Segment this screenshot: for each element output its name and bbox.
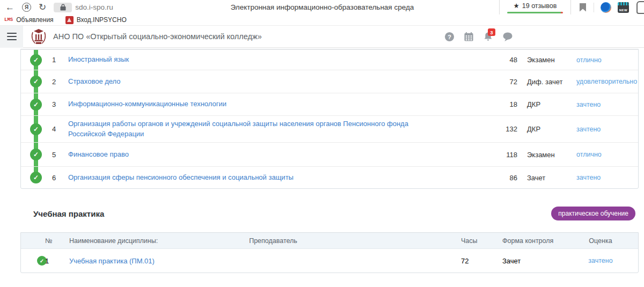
- control-form: Диф. зачет: [527, 78, 576, 86]
- completed-check-icon: ✓: [30, 172, 42, 183]
- protect-hand-icon[interactable]: [636, 1, 644, 14]
- course-hours: 72: [445, 257, 482, 265]
- refresh-icon[interactable]: ↻: [39, 3, 46, 12]
- completed-check-icon: ✓: [30, 123, 42, 135]
- table-row: ✓ 5 Финансовое право 118 Экзамен отлично: [21, 142, 638, 166]
- lms-favicon-icon: LMS: [4, 17, 13, 23]
- course-link[interactable]: Организация сферы пенсионного обеспечени…: [68, 173, 492, 183]
- extension-icon[interactable]: [601, 2, 611, 13]
- ssl-lock-icon[interactable]: [54, 3, 72, 12]
- completed-check-icon: ✓: [30, 99, 42, 111]
- row-number: 5: [21, 151, 68, 159]
- practice-table: № Наименование дисциплины: Преподаватель…: [20, 232, 639, 273]
- control-form: Зачет: [527, 174, 576, 182]
- svg-text:?: ?: [448, 34, 451, 40]
- row-number: 4: [21, 125, 68, 133]
- grade-link[interactable]: зачтено: [576, 174, 638, 181]
- col-header-grade: Оценка: [563, 237, 638, 245]
- course-link[interactable]: Информационно-коммуникационные технологи…: [68, 99, 492, 109]
- course-hours: 118: [492, 151, 517, 159]
- star-icon: ★: [514, 2, 519, 10]
- table-row: ✓ 1 Учебная практика (ПМ.01) 72 Зачет за…: [21, 249, 638, 273]
- notification-count-badge: 3: [488, 28, 495, 36]
- new-badge-label: NEW: [619, 9, 628, 12]
- grade-link[interactable]: зачтено: [576, 101, 638, 108]
- control-form: ДКР: [527, 100, 576, 108]
- control-form: Экзамен: [527, 56, 576, 64]
- site-reviews-button[interactable]: ★ 19 отзывов: [499, 0, 571, 14]
- course-hours: 132: [492, 125, 517, 133]
- help-icon[interactable]: ?: [444, 32, 455, 42]
- table-row: ✓ 6 Организация сферы пенсионного обеспе…: [21, 166, 638, 188]
- bookmark-announcements[interactable]: LMS Объявления: [4, 16, 54, 24]
- practice-table-header: № Наименование дисциплины: Преподаватель…: [21, 233, 638, 249]
- reviews-count-label: 19 отзывов: [522, 2, 557, 10]
- control-form: Экзамен: [527, 151, 576, 159]
- toolbar-divider: [594, 3, 594, 12]
- row-number: 3: [21, 100, 68, 108]
- practice-section-header: Учебная практика практическое обучение: [20, 188, 639, 233]
- site-header: АНО ПО «Открытый социально-экономический…: [0, 26, 644, 48]
- row-number: 1: [21, 56, 68, 64]
- grade-link[interactable]: отлично: [576, 151, 638, 158]
- completed-check-icon: ✓: [30, 76, 42, 87]
- calendar-icon[interactable]: [464, 32, 474, 42]
- grade-link[interactable]: отлично: [576, 56, 638, 64]
- browser-toolbar: ← Я ↻ sdo.i-spo.ru Электронная информаци…: [0, 0, 644, 14]
- table-row: ✓ 1 Иностранный язык 48 Экзамен отлично: [21, 49, 638, 70]
- messages-chat-icon[interactable]: [502, 32, 513, 42]
- course-hours: 72: [492, 78, 517, 86]
- grade-link[interactable]: зачтено: [576, 126, 638, 133]
- bookmark-flag-icon[interactable]: [580, 3, 586, 12]
- grade-link[interactable]: удовлетворительно: [576, 78, 638, 85]
- practice-type-badge: практическое обучение: [551, 207, 635, 220]
- new-extension-icon[interactable]: NEW: [618, 2, 629, 13]
- col-header-control: Форма контроля: [482, 237, 563, 245]
- course-link[interactable]: Учебная практика (ПМ.01): [69, 257, 203, 265]
- completed-check-icon: ✓: [30, 149, 42, 160]
- bookmarks-bar: LMS Объявления Вход.INPSYCHO: [0, 14, 644, 26]
- header-icon-group: ? 3: [444, 26, 513, 48]
- course-hours: 48: [492, 56, 517, 64]
- yandex-browser-icon[interactable]: Я: [22, 3, 31, 12]
- bookmark-entry[interactable]: Вход.INPSYCHO: [65, 16, 127, 24]
- table-row: ✓ 3 Информационно-коммуникационные техно…: [21, 93, 638, 115]
- notifications-bell-icon[interactable]: 3: [483, 32, 493, 42]
- control-form: Зачет: [482, 257, 563, 265]
- college-logo: [31, 28, 47, 45]
- menu-hamburger-button[interactable]: [0, 26, 23, 48]
- section-title: Учебная практика: [33, 209, 104, 218]
- control-form: ДКР: [527, 125, 576, 133]
- course-hours: 18: [492, 100, 517, 108]
- back-icon[interactable]: ←: [5, 3, 14, 12]
- browser-page-title: Электронная информационно-образовательна…: [145, 3, 499, 11]
- bookmark-label: Вход.INPSYCHO: [77, 16, 127, 24]
- table-row: ✓ 2 Страховое дело 72 Диф. зачет удовлет…: [21, 70, 638, 93]
- reviews-rating-bar: [507, 12, 563, 13]
- course-link[interactable]: Организация работы органов и учреждений …: [68, 119, 492, 139]
- course-link[interactable]: Финансовое право: [68, 150, 492, 160]
- col-header-hours: Часы: [445, 237, 482, 245]
- row-number: 6: [21, 174, 68, 182]
- college-name-title: АНО ПО «Открытый социально-экономический…: [53, 32, 262, 41]
- course-link[interactable]: Страховое дело: [68, 77, 492, 87]
- row-number: 1: [45, 257, 69, 265]
- crest-favicon-icon: [65, 16, 74, 24]
- course-link[interactable]: Иностранный язык: [68, 55, 492, 65]
- bookmark-label: Объявления: [16, 16, 53, 24]
- address-bar-url[interactable]: sdo.i-spo.ru: [75, 3, 113, 11]
- row-number: 2: [21, 78, 68, 86]
- col-header-teacher: Преподаватель: [203, 237, 343, 245]
- completed-check-icon: ✓: [30, 54, 42, 66]
- semester-courses-table: ✓ 1 Иностранный язык 48 Экзамен отлично …: [20, 49, 639, 189]
- grade-link[interactable]: зачтено: [563, 257, 638, 264]
- table-row: ✓ 4 Организация работы органов и учрежде…: [21, 115, 638, 142]
- col-header-name: Наименование дисциплины:: [69, 237, 203, 245]
- col-header-num: №: [45, 237, 69, 245]
- course-hours: 86: [492, 174, 517, 182]
